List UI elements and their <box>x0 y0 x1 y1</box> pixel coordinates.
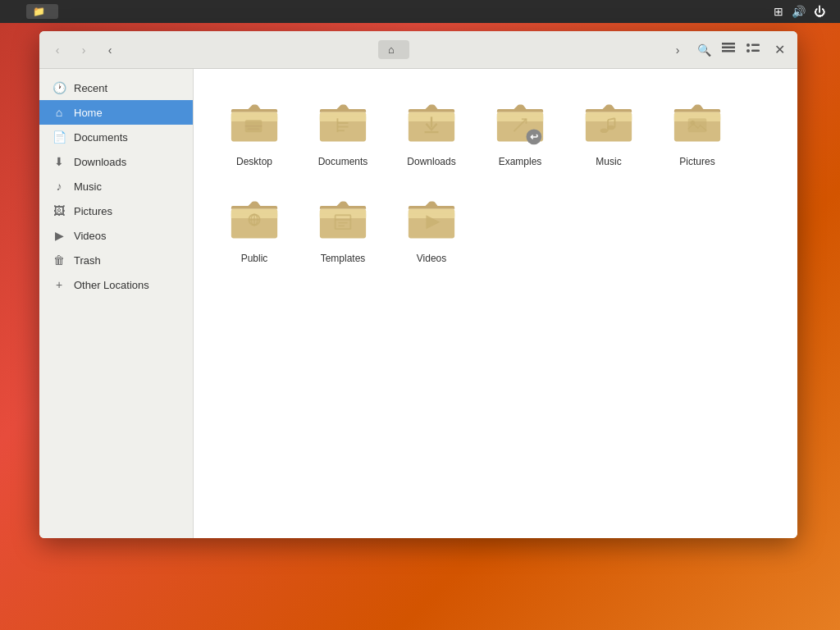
sidebar-label-music: Music <box>74 180 102 193</box>
folder-name-videos: Videos <box>417 253 446 266</box>
svg-point-5 <box>746 49 750 52</box>
back-button[interactable]: ‹ <box>46 39 69 62</box>
home-icon: ⌂ <box>388 43 395 56</box>
topbar: 📁 ⊞ 🔊 ⏻ <box>0 0 840 23</box>
svg-rect-12 <box>248 128 260 130</box>
folder-icon-examples: ↩ <box>491 92 550 151</box>
back-icon: ‹ <box>56 43 60 57</box>
view-menu-button[interactable] <box>742 39 765 62</box>
content-area: 🕐 Recent ⌂ Home 📄 Documents ⬇ Downloads … <box>39 69 797 538</box>
sidebar-icon-pictures: 🖼 <box>52 204 66 217</box>
sidebar-label-pictures: Pictures <box>74 205 112 217</box>
svg-point-3 <box>746 43 750 47</box>
topbar-left: 📁 <box>7 4 58 19</box>
folder-icon-videos <box>402 189 461 248</box>
sidebar-item-other[interactable]: + Other Locations <box>39 272 193 297</box>
sidebar-item-home[interactable]: ⌂ Home <box>39 100 193 125</box>
folder-name-documents: Documents <box>318 156 368 169</box>
folder-name-templates: Templates <box>321 253 366 266</box>
sidebar-item-videos[interactable]: ▶ Videos <box>39 223 193 248</box>
activities-button[interactable] <box>7 10 16 13</box>
svg-rect-6 <box>751 50 760 52</box>
sidebar-item-music[interactable]: ♪ Music <box>39 174 193 199</box>
sidebar-label-other: Other Locations <box>74 279 149 291</box>
sidebar-item-downloads[interactable]: ⬇ Downloads <box>39 149 193 174</box>
headerbar: ‹ › ‹ ⌂ › 🔍 <box>39 31 797 69</box>
svg-rect-15 <box>320 116 366 121</box>
sidebar-icon-other: + <box>52 278 66 291</box>
folder-item-music[interactable]: Music <box>568 85 650 176</box>
svg-rect-4 <box>751 44 760 47</box>
folder-icon-templates <box>313 189 372 248</box>
header-actions: 🔍 <box>692 39 765 62</box>
svg-rect-0 <box>722 43 735 45</box>
folder-icon-pictures <box>668 92 727 151</box>
folder-item-public[interactable]: Public <box>213 182 295 272</box>
sidebar-label-recent: Recent <box>74 82 107 94</box>
folder-name-pictures: Pictures <box>679 156 714 169</box>
folder-icon-music <box>579 92 638 151</box>
svg-rect-42 <box>688 118 707 132</box>
folder-icon-downloads <box>402 92 461 151</box>
folder-name-downloads: Downloads <box>407 156 455 169</box>
list-view-icon <box>722 43 735 57</box>
view-list-button[interactable] <box>717 39 740 62</box>
folder-item-pictures[interactable]: Pictures <box>656 85 738 176</box>
chevron-right-icon: › <box>676 43 680 57</box>
folder-item-examples[interactable]: ↩ Examples <box>479 85 561 176</box>
svg-text:↩: ↩ <box>530 131 538 143</box>
folder-item-templates[interactable]: Templates <box>302 182 384 272</box>
search-icon: 🔍 <box>697 43 711 57</box>
folder-name-desktop: Desktop <box>236 156 272 169</box>
sidebar-icon-videos: ▶ <box>52 229 66 242</box>
forward-icon: › <box>82 43 86 57</box>
sidebar-icon-downloads: ⬇ <box>52 155 66 168</box>
svg-rect-60 <box>409 213 454 218</box>
sidebar-icon-music: ♪ <box>52 180 66 193</box>
next-breadcrumb-button[interactable]: › <box>666 39 689 62</box>
sidebar-item-trash[interactable]: 🗑 Trash <box>39 248 193 272</box>
folder-name-public: Public <box>241 253 268 266</box>
folder-item-videos[interactable]: Videos <box>390 182 472 272</box>
sidebar-item-pictures[interactable]: 🖼 Pictures <box>39 199 193 223</box>
sidebar-label-trash: Trash <box>74 254 101 267</box>
grid-icon[interactable]: ⊞ <box>774 5 783 18</box>
folder-icon-desktop <box>225 92 284 151</box>
search-button[interactable]: 🔍 <box>692 39 715 62</box>
svg-point-37 <box>607 126 614 130</box>
svg-rect-2 <box>722 50 735 52</box>
view-options-icon <box>746 43 760 57</box>
close-button[interactable]: ✕ <box>768 39 791 62</box>
sidebar-icon-home: ⌂ <box>52 106 66 119</box>
sidebar-item-recent[interactable]: 🕐 Recent <box>39 75 193 100</box>
power-icon[interactable]: ⏻ <box>814 5 825 18</box>
folder-grid: Desktop Documents <box>213 85 778 272</box>
folder-icon-public <box>225 189 284 248</box>
sidebar-item-documents[interactable]: 📄 Documents <box>39 125 193 149</box>
sidebar-icon-recent: 🕐 <box>52 81 66 94</box>
main-area: Desktop Documents <box>194 69 797 538</box>
files-icon: 📁 <box>33 6 45 17</box>
svg-rect-27 <box>497 116 543 121</box>
breadcrumb-home[interactable]: ⌂ <box>378 40 409 59</box>
close-icon: ✕ <box>774 42 785 57</box>
svg-point-34 <box>600 128 608 133</box>
volume-icon[interactable]: 🔊 <box>792 5 806 18</box>
sidebar-icon-trash: 🗑 <box>52 253 66 267</box>
sidebar-label-videos: Videos <box>74 230 107 242</box>
folder-item-downloads[interactable]: Downloads <box>390 85 472 176</box>
forward-button[interactable]: › <box>72 39 95 62</box>
folder-item-documents[interactable]: Documents <box>302 85 384 176</box>
sidebar: 🕐 Recent ⌂ Home 📄 Documents ⬇ Downloads … <box>39 69 194 538</box>
breadcrumb: ⌂ <box>125 40 663 59</box>
folder-name-examples: Examples <box>499 156 542 169</box>
files-menu-button[interactable]: 📁 <box>26 4 58 19</box>
file-manager-window: ‹ › ‹ ⌂ › 🔍 <box>39 31 797 538</box>
sidebar-label-home: Home <box>74 107 103 119</box>
folder-item-desktop[interactable]: Desktop <box>213 85 295 176</box>
up-button[interactable]: ‹ <box>98 39 121 62</box>
sidebar-label-documents: Documents <box>74 131 128 144</box>
topbar-sys-icons: ⊞ 🔊 ⏻ <box>774 5 833 18</box>
sidebar-icon-documents: 📄 <box>52 130 66 144</box>
up-icon: ‹ <box>108 43 112 57</box>
